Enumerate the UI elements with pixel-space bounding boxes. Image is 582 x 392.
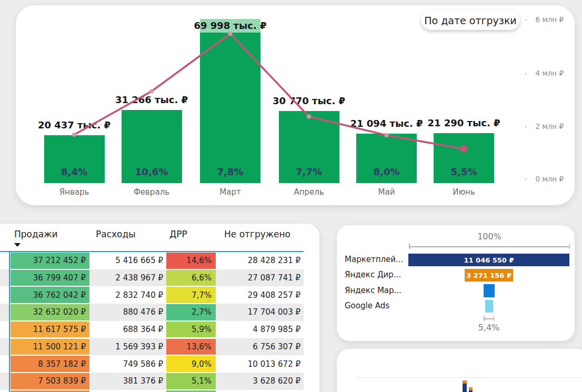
funnel-category-label: Яндекс Мар... xyxy=(345,286,410,295)
row-stub-cell xyxy=(0,338,9,356)
bar-value-label: 69 998 тыс. ₽ xyxy=(180,20,280,31)
partial-chart-card xyxy=(337,349,582,392)
row-stub-cell xyxy=(0,390,9,392)
cell-sales xyxy=(11,390,89,392)
row-stub-cell xyxy=(0,321,9,338)
cell-not-shipped: 6 756 307 ₽ xyxy=(216,338,304,356)
column-header-drr[interactable]: ДРР xyxy=(169,229,187,239)
y-axis-tick-mark xyxy=(525,126,527,127)
cell-expenses: 688 364 ₽ xyxy=(89,321,166,338)
month-axis-label: Апрель xyxy=(275,187,343,197)
funnel-top-bracket xyxy=(409,246,570,247)
cell-expenses xyxy=(89,390,166,392)
month-axis-label: Март xyxy=(196,187,265,197)
cell-expenses: 880 476 ₽ xyxy=(89,304,166,321)
cell-drr: 9,0% xyxy=(166,356,216,372)
month-axis-label: Январь xyxy=(40,187,108,197)
bar-percent-label: 8,4% xyxy=(44,166,105,177)
bar-percent-label: 10,6% xyxy=(122,166,182,177)
funnel-bar[interactable]: 11 046 550 ₽ xyxy=(408,254,569,266)
funnel-bar[interactable] xyxy=(485,300,493,313)
sales-table-card: ПродажиРасходыДРРНе отгружено37 212 452 … xyxy=(0,224,319,392)
cell-sales: 11 617 575 ₽ xyxy=(11,321,89,338)
y-axis-tick-label: 2 млн ₽ xyxy=(469,122,564,130)
row-stub-cell xyxy=(0,269,9,287)
cell-drr: 14,6% xyxy=(166,253,216,269)
funnel-bottom-annotation: 5,4% xyxy=(468,323,510,333)
y-axis-tick-mark xyxy=(525,73,527,74)
cell-sales: 36 762 042 ₽ xyxy=(11,287,89,303)
funnel-category-label: Google Ads xyxy=(345,301,410,310)
cell-drr: 5,1% xyxy=(166,373,216,389)
row-stub-cell xyxy=(0,355,9,373)
cell-expenses: 1 569 393 ₽ xyxy=(89,338,166,356)
y-axis-tick-mark xyxy=(525,19,527,21)
column-header-not-shipped[interactable]: Не отгружено xyxy=(224,229,290,239)
cell-expenses: 2 438 967 ₽ xyxy=(89,269,166,287)
cell-expenses: 749 586 ₽ xyxy=(89,355,166,373)
y-axis-tick-mark xyxy=(525,179,527,180)
table-area: ПродажиРасходыДРРНе отгружено37 212 452 … xyxy=(0,224,319,392)
sort-descending-icon[interactable] xyxy=(14,243,21,247)
bar-value-label: 20 437 тыс. ₽ xyxy=(24,119,124,130)
cell-sales: 8 357 182 ₽ xyxy=(11,356,89,372)
bar-value-label: 30 770 тыс. ₽ xyxy=(259,95,359,106)
bar-percent-label: 7,8% xyxy=(200,166,260,177)
y-axis-tick-label: 0 млн ₽ xyxy=(469,175,564,183)
cell-not-shipped xyxy=(216,390,304,392)
cell-not-shipped: 29 408 257 ₽ xyxy=(216,286,304,304)
bar-percent-label: 8,0% xyxy=(356,166,417,177)
sales-by-month-card: 20 437 тыс. ₽8,4%Январь31 266 тыс. ₽10,6… xyxy=(16,5,575,205)
row-stub-cell xyxy=(0,286,9,304)
page-root: 20 437 тыс. ₽8,4%Январь31 266 тыс. ₽10,6… xyxy=(0,0,582,392)
row-stub-cell xyxy=(0,252,9,269)
funnel-bottom-bracket xyxy=(484,318,494,319)
cell-sales: 37 212 452 ₽ xyxy=(11,253,89,269)
cell-drr: 5,9% xyxy=(166,321,216,338)
bar-percent-label: 7,7% xyxy=(279,166,339,177)
cell-not-shipped: 17 704 003 ₽ xyxy=(216,304,304,321)
cell-not-shipped: 10 013 672 ₽ xyxy=(216,355,304,373)
cell-not-shipped: 27 087 741 ₽ xyxy=(216,269,304,287)
cell-not-shipped: 28 428 231 ₽ xyxy=(216,252,304,269)
funnel-bar[interactable] xyxy=(484,284,495,297)
cell-expenses: 5 416 665 ₽ xyxy=(89,252,166,269)
shipping-date-filter-button[interactable]: По дате отгрузки xyxy=(421,11,520,30)
channels-funnel-card: 100%Маркетплей...11 046 550 ₽Яндекс Дир.… xyxy=(337,225,575,341)
cell-drr xyxy=(166,390,216,392)
month-axis-label: Февраль xyxy=(117,187,186,197)
cell-drr: 6,6% xyxy=(166,270,216,286)
month-axis-label: Май xyxy=(353,187,421,197)
cell-expenses: 381 376 ₽ xyxy=(89,373,166,390)
cell-drr: 2,7% xyxy=(166,304,216,320)
cell-sales: 36 799 407 ₽ xyxy=(11,270,89,286)
row-stub-cell xyxy=(0,373,9,390)
funnel-top-annotation: 100% xyxy=(409,232,570,242)
bar-value-label: 31 266 тыс. ₽ xyxy=(102,94,202,105)
column-grid-line xyxy=(9,251,10,392)
funnel-category-label: Маркетплей... xyxy=(345,255,410,264)
cell-not-shipped: 4 879 985 ₽ xyxy=(216,321,304,338)
row-stub-cell xyxy=(0,304,9,321)
funnel-bottom-bracket-tick-right xyxy=(494,316,495,321)
cell-drr: 7,7% xyxy=(166,287,216,303)
cell-sales: 11 500 121 ₽ xyxy=(11,339,89,355)
cell-sales: 32 632 020 ₽ xyxy=(11,304,89,320)
month-axis-label: Июнь xyxy=(430,187,498,197)
funnel-category-label: Яндекс Дир... xyxy=(345,270,410,279)
funnel-top-bracket-tick-left xyxy=(409,244,410,249)
mini-stacked-bar-segment xyxy=(463,384,467,392)
funnel-top-bracket-tick-right xyxy=(569,244,570,249)
line-marker xyxy=(149,89,154,94)
funnel-bar[interactable]: 3 271 156 ₽ xyxy=(465,269,513,282)
column-header-sales[interactable]: Продажи xyxy=(14,229,58,239)
cell-expenses: 2 832 740 ₽ xyxy=(89,286,166,304)
funnel-area: 100%Маркетплей...11 046 550 ₽Яндекс Дир.… xyxy=(337,225,575,341)
column-header-expenses[interactable]: Расходы xyxy=(96,229,136,239)
combo-chart-plot-area: 20 437 тыс. ₽8,4%Январь31 266 тыс. ₽10,6… xyxy=(16,5,575,205)
cell-drr: 13,6% xyxy=(166,339,216,355)
funnel-bottom-bracket-tick-left xyxy=(484,316,485,321)
month-bar[interactable] xyxy=(200,19,260,183)
y-axis-tick-label: 4 млн ₽ xyxy=(469,69,564,77)
cell-sales: 7 503 839 ₽ xyxy=(11,373,89,389)
